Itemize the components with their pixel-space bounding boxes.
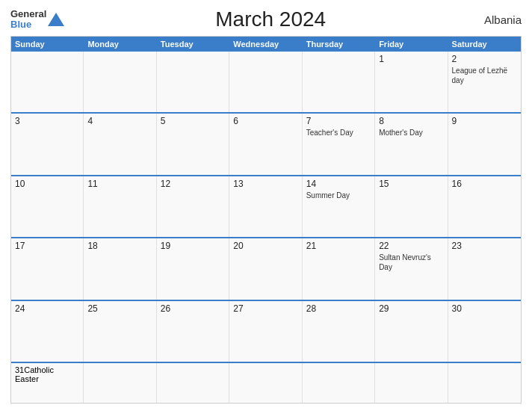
header-thursday: Thursday bbox=[303, 37, 375, 52]
logo-flag-icon bbox=[48, 11, 64, 28]
day-number: 15 bbox=[379, 179, 443, 189]
svg-marker-0 bbox=[48, 13, 64, 26]
day-number: 26 bbox=[161, 303, 225, 314]
cal-cell-w4-d4: 21 bbox=[303, 238, 375, 299]
cal-cell-w5-d5: 29 bbox=[375, 301, 448, 362]
cal-cell-w6-d1 bbox=[84, 363, 156, 403]
logo-general-text: General bbox=[10, 9, 46, 19]
event-label: Summer Day bbox=[306, 191, 350, 200]
cal-cell-w5-d1: 25 bbox=[84, 301, 156, 362]
cal-cell-w4-d3: 20 bbox=[229, 238, 302, 299]
cal-cell-w4-d0: 17 bbox=[11, 238, 84, 299]
cal-cell-w2-d6: 9 bbox=[448, 114, 521, 174]
day-number: 20 bbox=[233, 241, 297, 251]
cal-cell-w2-d5: 8Mother's Day bbox=[375, 114, 448, 174]
header-wednesday: Wednesday bbox=[229, 37, 302, 52]
cal-cell-w5-d4: 28 bbox=[303, 301, 375, 362]
event-label: Teacher's Day bbox=[306, 129, 353, 137]
header-saturday: Saturday bbox=[448, 37, 521, 52]
day-number: 27 bbox=[233, 303, 297, 314]
day-number: 8 bbox=[379, 116, 443, 126]
cal-cell-w2-d4: 7Teacher's Day bbox=[303, 114, 375, 174]
day-number: 6 bbox=[233, 116, 297, 126]
cal-cell-w6-d3 bbox=[229, 363, 302, 403]
cal-cell-w3-d2: 12 bbox=[157, 176, 229, 237]
cal-cell-w4-d1: 18 bbox=[84, 238, 156, 299]
calendar-grid: Sunday Monday Tuesday Wednesday Thursday… bbox=[10, 36, 522, 404]
event-label: Sultan Nevruz's Day bbox=[379, 253, 431, 271]
header-sunday: Sunday bbox=[11, 37, 84, 52]
calendar-week-5: 24252627282930 bbox=[11, 300, 521, 362]
day-number: 13 bbox=[233, 179, 297, 189]
cal-cell-w1-d6: 2League of Lezhë day bbox=[448, 52, 521, 112]
header-monday: Monday bbox=[84, 37, 156, 52]
calendar-header: Sunday Monday Tuesday Wednesday Thursday… bbox=[11, 37, 521, 52]
cal-cell-w3-d5: 15 bbox=[375, 176, 448, 237]
cal-cell-w1-d3 bbox=[229, 52, 302, 112]
day-number: 30 bbox=[452, 303, 517, 314]
calendar-week-6: 31Catholic Easter bbox=[11, 362, 521, 403]
cal-cell-w5-d3: 27 bbox=[229, 301, 302, 362]
calendar-week-2: 34567Teacher's Day8Mother's Day9 bbox=[11, 112, 521, 174]
cal-cell-w4-d5: 22Sultan Nevruz's Day bbox=[375, 238, 448, 299]
logo: General Blue bbox=[10, 9, 64, 31]
cal-cell-w3-d4: 14Summer Day bbox=[303, 176, 375, 237]
header-friday: Friday bbox=[375, 37, 448, 52]
day-number: 1 bbox=[379, 54, 443, 64]
day-number: 4 bbox=[87, 116, 152, 126]
cal-cell-w1-d5: 1 bbox=[375, 52, 448, 112]
cal-cell-w5-d2: 26 bbox=[157, 301, 229, 362]
day-number: 14 bbox=[306, 179, 371, 189]
calendar-week-1: 12League of Lezhë day bbox=[11, 52, 521, 112]
day-number: 25 bbox=[87, 303, 152, 314]
day-number: 9 bbox=[452, 116, 517, 126]
event-label: League of Lezhë day bbox=[452, 67, 508, 84]
day-number: 5 bbox=[161, 116, 225, 126]
cal-cell-w3-d1: 11 bbox=[84, 176, 156, 237]
cal-cell-w6-d0: 31Catholic Easter bbox=[11, 363, 84, 403]
cal-cell-w2-d2: 5 bbox=[157, 114, 229, 174]
calendar-week-3: 1011121314Summer Day1516 bbox=[11, 175, 521, 237]
cal-cell-w1-d4 bbox=[303, 52, 375, 112]
day-number: 11 bbox=[87, 179, 152, 189]
day-number: 22 bbox=[379, 241, 443, 251]
cal-cell-w1-d1 bbox=[84, 52, 156, 112]
day-number: 29 bbox=[379, 303, 443, 314]
cal-cell-w4-d2: 19 bbox=[157, 238, 229, 299]
cal-cell-w4-d6: 23 bbox=[448, 238, 521, 299]
day-number: 21 bbox=[306, 241, 371, 251]
calendar-page: General Blue March 2024 Albania Sunday M… bbox=[0, 0, 532, 411]
cal-cell-w6-d2 bbox=[157, 363, 229, 403]
header-tuesday: Tuesday bbox=[157, 37, 229, 52]
day-number: 3 bbox=[15, 116, 79, 126]
cal-cell-w3-d6: 16 bbox=[448, 176, 521, 237]
cal-cell-w1-d0 bbox=[11, 52, 84, 112]
calendar-body: 12League of Lezhë day34567Teacher's Day8… bbox=[11, 52, 521, 403]
month-title: March 2024 bbox=[64, 7, 477, 31]
header: General Blue March 2024 Albania bbox=[10, 7, 522, 31]
cal-cell-w2-d1: 4 bbox=[84, 114, 156, 174]
cal-cell-w6-d4 bbox=[303, 363, 375, 403]
day-number: 24 bbox=[15, 303, 79, 314]
day-number: 17 bbox=[15, 241, 79, 251]
day-number: 7 bbox=[306, 116, 371, 126]
day-number: 12 bbox=[161, 179, 225, 189]
cal-cell-w1-d2 bbox=[157, 52, 229, 112]
day-number: 16 bbox=[452, 179, 517, 189]
cal-cell-w3-d0: 10 bbox=[11, 176, 84, 237]
day-number: 23 bbox=[452, 241, 517, 251]
cal-cell-w6-d5 bbox=[375, 363, 448, 403]
day-number: 10 bbox=[15, 179, 79, 189]
logo-text: General Blue bbox=[10, 9, 46, 31]
day-number: 19 bbox=[161, 241, 225, 251]
cal-cell-w5-d0: 24 bbox=[11, 301, 84, 362]
cal-cell-w2-d0: 3 bbox=[11, 114, 84, 174]
cal-cell-w2-d3: 6 bbox=[229, 114, 302, 174]
logo-blue-text: Blue bbox=[10, 19, 46, 30]
cal-cell-w3-d3: 13 bbox=[229, 176, 302, 237]
cal-cell-w5-d6: 30 bbox=[448, 301, 521, 362]
calendar-week-4: 171819202122Sultan Nevruz's Day23 bbox=[11, 237, 521, 299]
cal-cell-w6-d6 bbox=[448, 363, 521, 403]
event-label: Mother's Day bbox=[379, 129, 423, 137]
day-number: 31 bbox=[15, 365, 24, 374]
